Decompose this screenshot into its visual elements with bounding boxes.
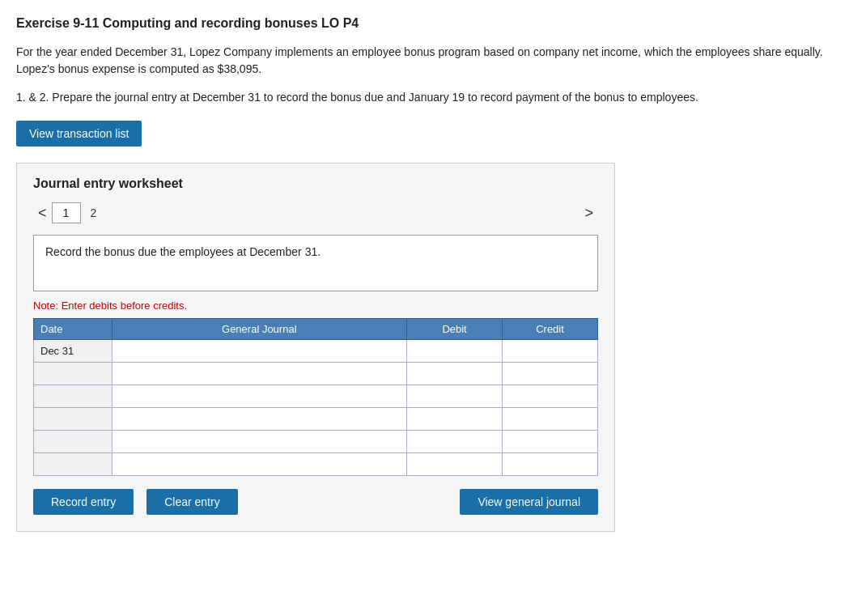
note-text: Note: Enter debits before credits. [33, 300, 598, 312]
input-credit-1[interactable] [503, 363, 597, 384]
view-transaction-button[interactable]: View transaction list [16, 121, 142, 147]
input-debit-5[interactable] [407, 453, 502, 475]
cell-credit-3[interactable] [503, 408, 598, 431]
clear-entry-button[interactable]: Clear entry [146, 489, 237, 515]
cell-debit-3[interactable] [407, 408, 503, 431]
cell-debit-1[interactable] [407, 363, 503, 385]
col-header-credit: Credit [503, 319, 598, 340]
worksheet-container: Journal entry worksheet < 1 2 > Record t… [16, 163, 615, 532]
cell-journal-5[interactable] [112, 453, 407, 476]
cell-journal-0[interactable] [112, 340, 407, 363]
input-debit-3[interactable] [407, 408, 502, 430]
input-journal-4[interactable] [112, 431, 407, 452]
cell-credit-1[interactable] [503, 363, 598, 385]
cell-date-4 [34, 431, 112, 453]
instruction-box: Record the bonus due the employees at De… [33, 235, 598, 291]
table-row [34, 408, 598, 431]
table-row [34, 385, 598, 408]
cell-journal-3[interactable] [112, 408, 407, 431]
input-debit-1[interactable] [407, 363, 502, 384]
input-credit-4[interactable] [503, 431, 597, 452]
input-debit-0[interactable] [407, 340, 502, 362]
cell-journal-2[interactable] [112, 385, 407, 408]
worksheet-title: Journal entry worksheet [33, 176, 598, 191]
worksheet-instruction: Record the bonus due the employees at De… [45, 245, 321, 258]
input-journal-1[interactable] [112, 363, 407, 384]
cell-debit-0[interactable] [407, 340, 503, 363]
journal-table: Date General Journal Debit Credit Dec 31 [33, 318, 598, 476]
input-credit-3[interactable] [503, 408, 597, 430]
next-chevron[interactable]: > [579, 203, 598, 223]
cell-date-0: Dec 31 [34, 340, 112, 363]
table-row [34, 363, 598, 385]
table-row: Dec 31 [34, 340, 598, 363]
cell-debit-5[interactable] [407, 453, 503, 476]
input-credit-0[interactable] [503, 340, 597, 362]
page-title: Exercise 9-11 Computing and recording bo… [16, 16, 850, 31]
cell-date-2 [34, 385, 112, 408]
cell-debit-4[interactable] [407, 431, 503, 453]
cell-date-5 [34, 453, 112, 476]
table-row [34, 453, 598, 476]
cell-date-3 [34, 408, 112, 431]
tab-navigation: < 1 2 > [33, 202, 598, 223]
intro-text: For the year ended December 31, Lopez Co… [16, 44, 850, 78]
input-credit-2[interactable] [503, 385, 597, 407]
record-entry-button[interactable]: Record entry [33, 489, 134, 515]
tab-2[interactable]: 2 [81, 203, 107, 223]
input-debit-2[interactable] [407, 385, 502, 407]
cell-credit-2[interactable] [503, 385, 598, 408]
cell-date-1 [34, 363, 112, 385]
cell-credit-0[interactable] [503, 340, 598, 363]
tab-1[interactable]: 1 [52, 202, 81, 223]
input-journal-3[interactable] [112, 408, 407, 430]
input-credit-5[interactable] [503, 453, 597, 475]
cell-credit-4[interactable] [503, 431, 598, 453]
button-row: Record entry Clear entry View general jo… [33, 489, 598, 515]
cell-credit-5[interactable] [503, 453, 598, 476]
col-header-journal: General Journal [112, 319, 407, 340]
col-header-date: Date [34, 319, 112, 340]
cell-journal-1[interactable] [112, 363, 407, 385]
cell-debit-2[interactable] [407, 385, 503, 408]
input-debit-4[interactable] [407, 431, 502, 452]
view-general-journal-button[interactable]: View general journal [460, 489, 598, 515]
instruction-text: 1. & 2. Prepare the journal entry at Dec… [16, 89, 850, 106]
input-journal-0[interactable] [112, 340, 407, 362]
table-row [34, 431, 598, 453]
cell-journal-4[interactable] [112, 431, 407, 453]
col-header-debit: Debit [407, 319, 503, 340]
prev-chevron[interactable]: < [33, 203, 52, 223]
input-journal-2[interactable] [112, 385, 407, 407]
input-journal-5[interactable] [112, 453, 407, 475]
